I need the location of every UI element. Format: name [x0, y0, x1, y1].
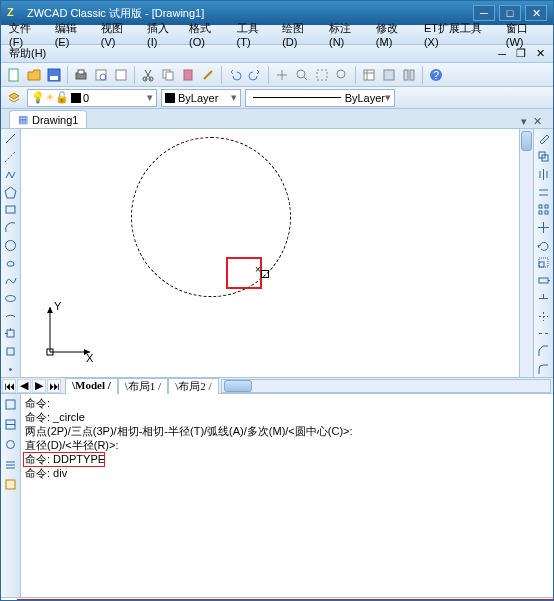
extend-tool[interactable]: [536, 308, 552, 324]
save-button[interactable]: [45, 66, 63, 84]
open-file-button[interactable]: [25, 66, 43, 84]
revision-cloud-tool[interactable]: [3, 255, 19, 271]
menu-item[interactable]: 工具(T): [233, 20, 277, 49]
layout-tab[interactable]: \布局1 /: [118, 378, 168, 394]
help-button[interactable]: ?: [427, 66, 445, 84]
menu-item[interactable]: 插入(I): [143, 20, 183, 49]
point-tool[interactable]: [3, 361, 19, 377]
construction-line-tool[interactable]: [3, 149, 19, 165]
ucs-icon: Y X: [42, 302, 92, 364]
spline-tool[interactable]: [3, 273, 19, 289]
tab-dropdown-button[interactable]: ▾: [518, 115, 530, 128]
command-history[interactable]: 命令:命令: _circle两点(2P)/三点(3P)/相切-相切-半径(T)/…: [21, 394, 553, 597]
svg-rect-34: [545, 205, 548, 208]
menu-item[interactable]: 标注(N): [325, 20, 370, 49]
polyline-tool[interactable]: [3, 166, 19, 182]
menu-item[interactable]: 修改(M): [372, 20, 418, 49]
linetype-combo[interactable]: ByLayer ▾: [245, 89, 395, 107]
svg-point-9: [149, 77, 153, 81]
circle-tool[interactable]: [3, 237, 19, 253]
menu-item[interactable]: 编辑(E): [51, 20, 95, 49]
ellipse-arc-tool[interactable]: [3, 308, 19, 324]
layer-manager-button[interactable]: [5, 89, 23, 107]
layout-tab[interactable]: \布局2 /: [168, 378, 218, 394]
horizontal-scrollbar[interactable]: [221, 379, 551, 393]
design-center-button[interactable]: [380, 66, 398, 84]
break-tool[interactable]: [536, 326, 552, 342]
close-button[interactable]: ✕: [525, 5, 547, 21]
svg-rect-14: [317, 70, 327, 80]
print-button[interactable]: [72, 66, 90, 84]
panel-tool-3[interactable]: [3, 436, 19, 452]
scrollbar-thumb[interactable]: [521, 131, 532, 151]
properties-button[interactable]: [360, 66, 378, 84]
tab-close-button[interactable]: ✕: [530, 115, 545, 128]
color-combo[interactable]: ByLayer ▾: [161, 89, 241, 107]
copy-button[interactable]: [159, 66, 177, 84]
color-value: ByLayer: [178, 92, 218, 104]
cut-button[interactable]: [139, 66, 157, 84]
ellipse-tool[interactable]: [3, 290, 19, 306]
chamfer-tool[interactable]: [536, 344, 552, 360]
zoom-previous-button[interactable]: [333, 66, 351, 84]
new-file-button[interactable]: [5, 66, 23, 84]
panel-tool-2[interactable]: [3, 416, 19, 432]
rectangle-tool[interactable]: [3, 202, 19, 218]
menu-item[interactable]: 视图(V): [97, 20, 141, 49]
svg-rect-4: [78, 70, 84, 74]
document-tab[interactable]: ▦ Drawing1: [9, 110, 87, 128]
undo-button[interactable]: [226, 66, 244, 84]
trim-tool[interactable]: [536, 290, 552, 306]
fillet-tool[interactable]: [536, 361, 552, 377]
maximize-button[interactable]: □: [499, 5, 521, 21]
arc-tool[interactable]: [3, 220, 19, 236]
minimize-button[interactable]: ─: [473, 5, 495, 21]
paste-button[interactable]: [179, 66, 197, 84]
menu-item[interactable]: 格式(O): [185, 20, 230, 49]
rotate-tool[interactable]: [536, 237, 552, 253]
panel-tool-1[interactable]: [3, 396, 19, 412]
next-tab-button[interactable]: ▶: [32, 379, 46, 393]
first-tab-button[interactable]: ⏮: [2, 379, 16, 393]
panel-tool-4[interactable]: [3, 456, 19, 472]
model-tab[interactable]: \Model /: [65, 378, 118, 394]
scrollbar-thumb[interactable]: [224, 380, 252, 392]
move-tool[interactable]: [536, 220, 552, 236]
make-block-tool[interactable]: [3, 344, 19, 360]
line-tool[interactable]: [3, 131, 19, 147]
zoom-realtime-button[interactable]: [293, 66, 311, 84]
stretch-tool[interactable]: [536, 273, 552, 289]
mdi-minimize-button[interactable]: ─: [494, 47, 510, 61]
mdi-close-button[interactable]: ✕: [532, 46, 549, 61]
drawing-canvas[interactable]: × Y X: [21, 129, 533, 377]
menu-item[interactable]: 帮助(H): [5, 45, 50, 62]
menu-item[interactable]: ET扩展工具(X): [420, 20, 500, 49]
svg-rect-25: [7, 330, 14, 337]
insert-block-tool[interactable]: [3, 326, 19, 342]
svg-point-23: [6, 240, 16, 250]
menu-item[interactable]: 窗口(W): [502, 20, 549, 49]
vertical-scrollbar[interactable]: [519, 129, 533, 377]
publish-button[interactable]: [112, 66, 130, 84]
lock-icon: 🔓: [55, 91, 69, 104]
panel-tool-5[interactable]: [3, 476, 19, 492]
polygon-tool[interactable]: [3, 184, 19, 200]
last-tab-button[interactable]: ⏭: [47, 379, 61, 393]
svg-rect-36: [545, 211, 548, 214]
print-preview-button[interactable]: [92, 66, 110, 84]
pan-button[interactable]: [273, 66, 291, 84]
erase-tool[interactable]: [536, 131, 552, 147]
mirror-tool[interactable]: [536, 166, 552, 182]
scale-tool[interactable]: [536, 255, 552, 271]
offset-tool[interactable]: [536, 184, 552, 200]
tool-palette-button[interactable]: [400, 66, 418, 84]
zoom-window-button[interactable]: [313, 66, 331, 84]
layer-combo[interactable]: 💡 ☀ 🔓 0 ▾: [27, 89, 157, 107]
mdi-restore-button[interactable]: ❐: [512, 46, 530, 61]
prev-tab-button[interactable]: ◀: [17, 379, 31, 393]
match-properties-button[interactable]: [199, 66, 217, 84]
menu-item[interactable]: 绘图(D): [278, 20, 323, 49]
array-tool[interactable]: [536, 202, 552, 218]
redo-button[interactable]: [246, 66, 264, 84]
copy-tool[interactable]: [536, 149, 552, 165]
